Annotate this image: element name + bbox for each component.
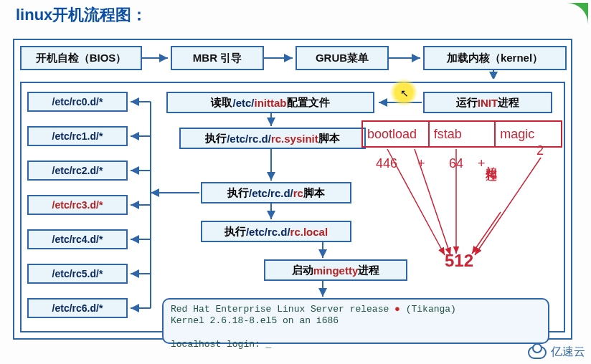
anno-init-proc: 初始化过程: [485, 156, 498, 163]
step-init: 运行 INIT 进程: [423, 92, 552, 113]
rc0-box: /etc/rc0.d/*: [27, 92, 128, 112]
mbr-layout-table: bootload fstab magic: [361, 120, 562, 148]
svg-line-23: [475, 158, 541, 255]
diagram-frame: 开机自检（BIOS） MBR 引导 GRUB菜单 加载内核（kernel） /e…: [13, 39, 572, 340]
rc3-box: /etc/rc3.d/*: [27, 195, 128, 215]
rc4-box: /etc/rc4.d/*: [27, 229, 128, 249]
step-sysinit: 执行 /etc/rc.d/rc.sysinit 脚本: [179, 128, 366, 149]
cloud-icon: [528, 346, 547, 359]
cell-magic: magic: [496, 122, 561, 146]
step-rc: 执行/etc/rc.d/rc脚本: [201, 182, 351, 203]
svg-line-22: [472, 212, 501, 254]
watermark-text: 亿速云: [551, 345, 585, 360]
anno-512: 512: [445, 251, 473, 271]
anno-2: 2: [536, 143, 544, 158]
inner-frame: /etc/rc0.d/* /etc/rc1.d/* /etc/rc2.d/* /…: [20, 82, 565, 332]
cell-bootload: bootload: [363, 122, 430, 146]
rc2-box: /etc/rc2.d/*: [27, 161, 128, 181]
cursor-icon: ↖: [400, 87, 409, 99]
cell-fstab: fstab: [430, 122, 496, 146]
step-mbr: MBR 引导: [171, 46, 264, 70]
step-bios: 开机自检（BIOS）: [20, 46, 142, 70]
bullet-icon: ●: [394, 304, 400, 315]
login-terminal: Red Hat Enterprise Linux Server release …: [162, 298, 549, 344]
rc5-box: /etc/rc5.d/*: [27, 264, 128, 284]
step-inittab: 读取/etc/inittab配置文件: [166, 92, 374, 113]
watermark: 亿速云: [528, 345, 585, 360]
step-rclocal: 执行/etc/rc.d/rc.local: [201, 221, 351, 242]
rc6-box: /etc/rc6.d/*: [27, 298, 128, 318]
step-mingetty: 启动 mingetty 进程: [264, 259, 407, 281]
anno-plus1: +: [417, 156, 425, 171]
step-kernel: 加载内核（kernel）: [423, 46, 567, 70]
anno-64: 64: [449, 156, 463, 171]
anno-446: 446: [376, 156, 397, 171]
step-grub: GRUB菜单: [296, 46, 389, 70]
rc1-box: /etc/rc1.d/*: [27, 126, 128, 146]
diagram-title: linux开机流程图：: [16, 4, 147, 26]
anno-plus2: +: [478, 156, 486, 171]
corner-decoration: [567, 3, 588, 24]
